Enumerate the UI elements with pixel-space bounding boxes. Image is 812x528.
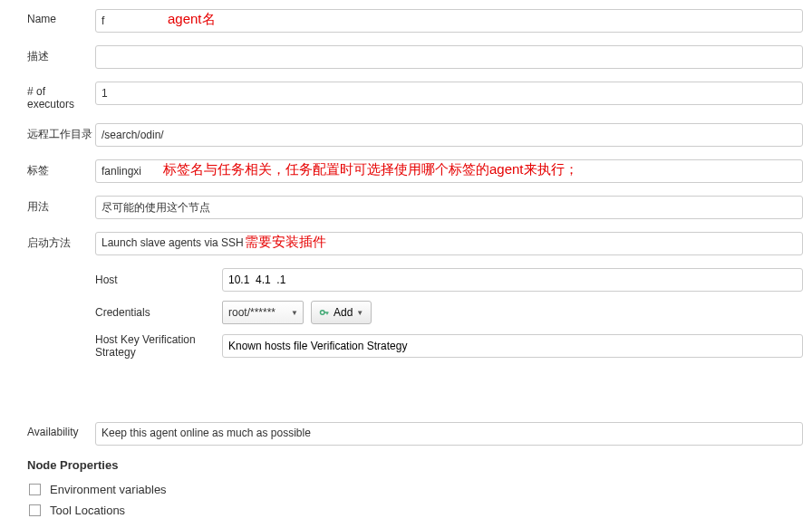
tags-label: 标签 xyxy=(27,159,95,178)
hostkey-input[interactable] xyxy=(222,334,803,358)
tool-locations-checkbox[interactable] xyxy=(29,504,41,516)
tool-locations-label: Tool Locations xyxy=(50,504,125,517)
chevron-down-icon: ▼ xyxy=(356,309,363,317)
remote-dir-label: 远程工作目录 xyxy=(27,123,95,142)
env-vars-label: Environment variables xyxy=(50,483,167,496)
launch-select[interactable]: Launch slave agents via SSH xyxy=(95,232,803,255)
tags-input[interactable] xyxy=(95,159,803,183)
executors-label: # of executors xyxy=(27,82,95,110)
name-input[interactable] xyxy=(95,9,803,33)
launch-label: 启动方法 xyxy=(27,232,95,251)
add-credentials-button[interactable]: Add ▼ xyxy=(311,301,372,324)
desc-input[interactable] xyxy=(95,45,803,69)
credentials-label: Credentials xyxy=(95,306,222,319)
host-label: Host xyxy=(95,274,222,286)
executors-input[interactable] xyxy=(95,82,803,105)
name-label: Name xyxy=(27,9,95,25)
host-input[interactable] xyxy=(222,268,803,292)
availability-label: Availability xyxy=(27,422,95,438)
desc-label: 描述 xyxy=(27,45,95,64)
hostkey-label: Host Key Verification Strategy xyxy=(95,333,222,359)
remote-dir-input[interactable] xyxy=(95,123,803,147)
node-properties-heading: Node Properties xyxy=(27,458,803,472)
availability-select[interactable]: Keep this agent online as much as possib… xyxy=(95,422,803,446)
key-icon xyxy=(319,307,330,318)
usage-select[interactable]: 尽可能的使用这个节点 xyxy=(95,196,803,219)
usage-label: 用法 xyxy=(27,196,95,215)
add-button-label: Add xyxy=(334,306,353,319)
env-vars-checkbox[interactable] xyxy=(29,484,41,495)
svg-point-0 xyxy=(321,311,325,315)
credentials-value: root/****** xyxy=(228,306,276,319)
credentials-select[interactable]: root/****** xyxy=(222,301,304,324)
